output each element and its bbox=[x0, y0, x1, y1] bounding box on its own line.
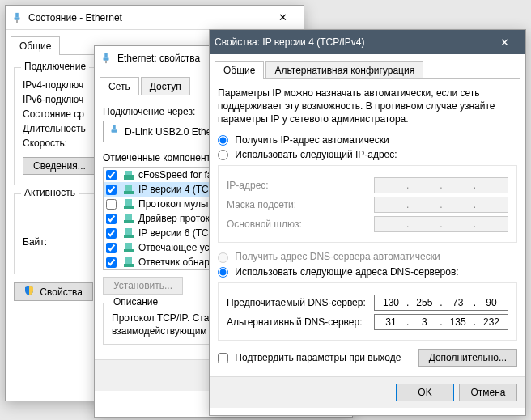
pref-dns-label: Предпочитаемый DNS-сервер: bbox=[227, 297, 366, 308]
svg-rect-9 bbox=[125, 171, 132, 175]
pref-dns-oct3[interactable] bbox=[444, 296, 473, 309]
ipv6-label: IPv6-подключ bbox=[23, 94, 83, 105]
svg-rect-20 bbox=[124, 264, 134, 267]
svg-rect-8 bbox=[124, 175, 134, 180]
group-manual-ip: IP-адрес: ... Маска подсети: ... Основно… bbox=[218, 165, 517, 243]
list-item-label: IP версии 4 (TCP bbox=[138, 184, 215, 195]
tcpip-button-row: OK Отмена bbox=[210, 376, 525, 408]
pref-dns-oct2[interactable] bbox=[410, 296, 439, 309]
svg-rect-17 bbox=[125, 228, 132, 235]
subnet-mask-label: Маска подсети: bbox=[227, 199, 296, 210]
svg-rect-4 bbox=[104, 57, 109, 61]
shield-icon bbox=[24, 286, 34, 295]
alt-dns-oct4[interactable] bbox=[477, 316, 506, 329]
radio-ip-auto[interactable]: Получить IP-адрес автоматически bbox=[218, 134, 389, 146]
duration-label: Длительность bbox=[23, 123, 86, 134]
svg-rect-11 bbox=[125, 185, 132, 191]
svg-rect-14 bbox=[124, 220, 134, 223]
details-button[interactable]: Сведения... bbox=[23, 157, 96, 175]
desc-label: Описание bbox=[110, 296, 161, 308]
svg-rect-6 bbox=[113, 125, 116, 129]
component-checkbox[interactable] bbox=[106, 243, 117, 253]
speed-label: Скорость: bbox=[23, 138, 67, 149]
adapter-name: D-Link USB2.0 Ethe bbox=[125, 126, 211, 138]
list-item-label: IP версии 6 (TCP bbox=[138, 227, 215, 239]
tcpip-window: Свойства: IP версии 4 (TCP/IPv4) ✕ Общие… bbox=[209, 29, 526, 416]
list-item-label: Ответчик обнар bbox=[138, 257, 210, 268]
alternate-dns-field[interactable]: . . . bbox=[374, 314, 508, 330]
tcpip-window-title: Свойства: IP версии 4 (TCP/IPv4) bbox=[215, 36, 488, 48]
connect-via-label: Подключение через: bbox=[103, 106, 195, 117]
ip-address-field: ... bbox=[374, 177, 508, 193]
list-item-label: Драйвер проток bbox=[138, 213, 210, 224]
group-activity-label: Активность bbox=[21, 187, 79, 198]
alt-dns-oct1[interactable] bbox=[376, 316, 406, 329]
group-dns: Предпочитаемый DNS-сервер: . . . Альтерн… bbox=[218, 282, 517, 341]
radio-dns-manual-input[interactable] bbox=[218, 267, 228, 278]
svg-rect-2 bbox=[16, 19, 17, 23]
tab-network[interactable]: Сеть bbox=[100, 77, 139, 95]
properties-button-label: Свойства bbox=[40, 286, 83, 298]
radio-dns-auto-label: Получить адрес DNS-сервера автоматически bbox=[235, 251, 440, 262]
validate-checkbox[interactable]: Подтвердить параметры при выходе bbox=[218, 352, 401, 363]
ipv4-label: IPv4-подключ bbox=[23, 79, 83, 91]
radio-dns-manual[interactable]: Использовать следующие адреса DNS-сервер… bbox=[218, 266, 459, 278]
driver-icon bbox=[122, 168, 135, 181]
protocol-icon bbox=[122, 212, 135, 225]
svg-rect-3 bbox=[104, 53, 108, 57]
radio-ip-manual[interactable]: Использовать следующий IP-адрес: bbox=[218, 149, 397, 160]
tab-alt-config[interactable]: Альтернативная конфигурация bbox=[266, 61, 423, 79]
tab-access[interactable]: Доступ bbox=[141, 77, 190, 95]
component-checkbox[interactable] bbox=[106, 214, 117, 224]
adapter-icon bbox=[108, 125, 120, 138]
alt-dns-oct3[interactable] bbox=[444, 316, 473, 329]
radio-ip-auto-input[interactable] bbox=[218, 135, 228, 146]
status-titlebar[interactable]: Состояние - Ethernet ✕ bbox=[6, 6, 304, 30]
radio-ip-auto-label: Получить IP-адрес автоматически bbox=[235, 134, 389, 146]
svg-rect-0 bbox=[15, 12, 19, 16]
group-connection-label: Подключение bbox=[21, 61, 89, 72]
list-item-label: cFosSpeed for fas bbox=[138, 169, 217, 180]
protocol-icon bbox=[122, 197, 135, 210]
component-checkbox[interactable] bbox=[106, 170, 117, 180]
status-window-title: Состояние - Ethernet bbox=[28, 12, 266, 23]
protocol-icon bbox=[122, 183, 135, 196]
svg-rect-5 bbox=[105, 60, 106, 63]
install-button[interactable]: Установить... bbox=[103, 277, 183, 295]
radio-dns-auto-input bbox=[218, 252, 228, 263]
svg-rect-13 bbox=[125, 199, 132, 206]
alt-dns-label: Альтернативный DNS-сервер: bbox=[227, 316, 363, 328]
advanced-button[interactable]: Дополнительно... bbox=[418, 349, 517, 367]
alt-dns-oct2[interactable] bbox=[410, 316, 439, 329]
tcpip-content: Параметры IP можно назначать автоматичес… bbox=[210, 80, 525, 376]
preferred-dns-field[interactable]: . . . bbox=[374, 295, 508, 311]
pref-dns-oct4[interactable] bbox=[477, 296, 506, 309]
cancel-button[interactable]: Отмена bbox=[459, 384, 517, 401]
validate-checkbox-input[interactable] bbox=[218, 353, 228, 363]
svg-rect-19 bbox=[125, 243, 132, 249]
properties-button[interactable]: Свойства bbox=[14, 282, 93, 301]
subnet-mask-field: ... bbox=[374, 197, 508, 213]
svg-rect-7 bbox=[112, 129, 117, 133]
gateway-label: Основной шлюз: bbox=[227, 218, 302, 230]
validate-label: Подтвердить параметры при выходе bbox=[235, 352, 401, 363]
radio-ip-manual-input[interactable] bbox=[218, 150, 228, 160]
svg-rect-16 bbox=[124, 235, 134, 238]
tcpip-titlebar[interactable]: Свойства: IP версии 4 (TCP/IPv4) ✕ bbox=[210, 30, 525, 54]
component-checkbox[interactable] bbox=[106, 257, 117, 268]
radio-ip-manual-label: Использовать следующий IP-адрес: bbox=[235, 149, 397, 160]
list-item-label: Отвечающее ус bbox=[138, 242, 210, 253]
svg-rect-1 bbox=[15, 17, 20, 20]
gateway-field: ... bbox=[374, 216, 508, 232]
component-checkbox[interactable] bbox=[106, 199, 117, 210]
component-checkbox[interactable] bbox=[106, 228, 117, 239]
pref-dns-oct1[interactable] bbox=[376, 296, 406, 309]
radio-dns-auto[interactable]: Получить адрес DNS-сервера автоматически bbox=[218, 251, 440, 262]
tab-general[interactable]: Общие bbox=[215, 61, 264, 79]
media-state-label: Состояние ср bbox=[23, 108, 84, 120]
component-checkbox[interactable] bbox=[106, 185, 117, 195]
close-icon[interactable]: ✕ bbox=[266, 6, 299, 29]
tab-general[interactable]: Общие bbox=[11, 36, 60, 55]
ok-button[interactable]: OK bbox=[396, 384, 454, 401]
close-icon[interactable]: ✕ bbox=[488, 31, 520, 53]
